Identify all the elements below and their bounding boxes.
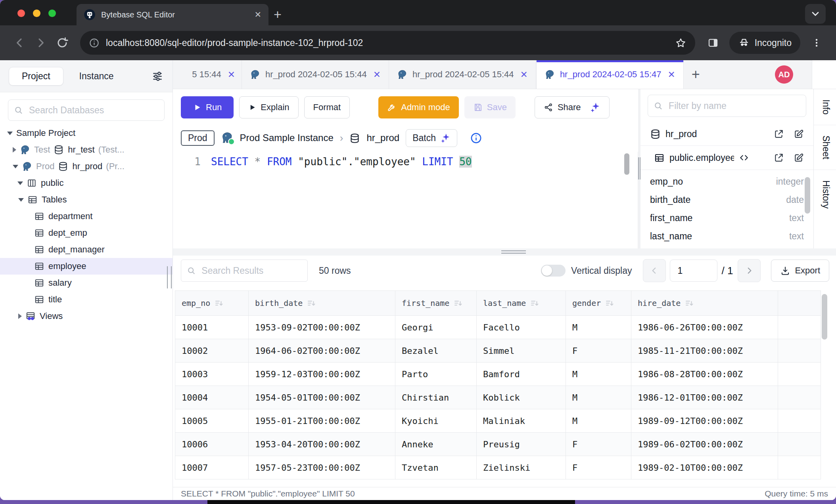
result-cell[interactable]: Koblick <box>477 386 566 409</box>
sidebar-resize-handle[interactable] <box>167 266 172 288</box>
result-cell[interactable]: 1989-09-12T00:00:00Z <box>631 409 778 433</box>
schema-filter-input[interactable] <box>668 100 800 112</box>
result-row[interactable]: 100031959-12-03T00:00:00ZPartoBamfordM19… <box>175 363 821 386</box>
tab-search-button[interactable] <box>805 4 826 24</box>
caret-right-icon[interactable] <box>13 147 16 153</box>
caret-down-icon[interactable] <box>7 132 13 135</box>
column-header-birth_date[interactable]: birth_date <box>249 291 395 316</box>
result-cell[interactable]: 1986-08-28T00:00:00Z <box>631 363 778 386</box>
reload-button[interactable] <box>53 34 71 52</box>
forward-button[interactable] <box>32 34 50 52</box>
result-cell[interactable]: Anneke <box>395 433 477 456</box>
column-row[interactable]: first_nametext <box>640 209 813 227</box>
sort-icon[interactable] <box>605 298 614 308</box>
sidebar-table-salary[interactable]: salary <box>0 275 173 291</box>
result-cell[interactable]: F <box>566 433 631 456</box>
schema-table-row[interactable]: public.employee <box>640 146 813 170</box>
tree-node-tables[interactable]: Tables <box>0 191 173 208</box>
close-browser-tab-icon[interactable]: ✕ <box>254 10 261 19</box>
sidebar-table-title[interactable]: title <box>0 291 173 308</box>
sidebar-table-department[interactable]: department <box>0 208 173 225</box>
result-cell[interactable]: 1985-11-21T00:00:00Z <box>631 339 778 363</box>
result-cell[interactable]: 1953-04-20T00:00:00Z <box>249 433 395 456</box>
result-cell[interactable]: F <box>566 339 631 363</box>
schema-scrollbar[interactable] <box>805 177 810 214</box>
worksheet-tab[interactable]: hr_prod 2024-02-05 15:47✕ <box>536 60 684 89</box>
result-row[interactable]: 100021964-06-02T00:00:00ZBezalelSimmelF1… <box>175 339 821 363</box>
tree-node-hr-prod[interactable]: Prod hr_prod (Pr... <box>0 158 173 175</box>
caret-down-icon[interactable] <box>18 198 24 202</box>
result-cell[interactable]: Bamford <box>477 363 566 386</box>
batch-mode-button[interactable]: Batch <box>406 129 457 147</box>
result-cell[interactable]: M <box>566 409 631 433</box>
site-info-icon[interactable] <box>89 38 100 48</box>
new-tab-button[interactable]: + <box>268 5 287 24</box>
sort-icon[interactable] <box>453 298 463 308</box>
admin-mode-button[interactable]: Admin mode <box>378 96 459 118</box>
worksheet-tab[interactable]: 5 15:44✕ <box>173 60 242 89</box>
close-worksheet-icon[interactable]: ✕ <box>373 69 381 80</box>
result-cell[interactable]: 10001 <box>175 316 249 339</box>
schema-filter[interactable] <box>648 95 806 117</box>
tree-node-hr-test[interactable]: Test hr_test (Test... <box>0 141 173 158</box>
instance-name[interactable]: Prod Sample Instance <box>240 132 334 143</box>
results-divider[interactable] <box>173 248 836 256</box>
column-header-first_name[interactable]: first_name <box>395 291 477 316</box>
bookmark-star-icon[interactable] <box>675 37 686 49</box>
result-cell[interactable]: M <box>566 316 631 339</box>
result-cell[interactable]: M <box>566 386 631 409</box>
open-external-icon[interactable] <box>774 153 784 163</box>
breadcrumb-database-name[interactable]: hr_prod <box>366 132 399 143</box>
result-cell[interactable]: Kyoichi <box>395 409 477 433</box>
column-header-hire_date[interactable]: hire_date <box>631 291 778 316</box>
sidebar-table-dept_emp[interactable]: dept_emp <box>0 225 173 241</box>
edit-icon[interactable] <box>794 129 804 139</box>
database-search[interactable] <box>8 99 165 121</box>
result-cell[interactable]: Maliniak <box>477 409 566 433</box>
result-cell[interactable]: 1989-06-02T00:00:00Z <box>631 433 778 456</box>
zoom-window-button[interactable] <box>48 10 56 17</box>
column-row[interactable]: birth_datedate <box>640 191 813 209</box>
editor-scrollbar[interactable] <box>624 153 629 175</box>
result-row[interactable]: 100051955-01-21T00:00:00ZKyoichiMaliniak… <box>175 409 821 433</box>
browser-menu-icon[interactable] <box>807 34 826 52</box>
sql-code-editor[interactable]: 1 SELECT * FROM "public"."employee" LIMI… <box>173 152 638 248</box>
caret-down-icon[interactable] <box>13 165 18 168</box>
prev-page-button[interactable] <box>643 259 666 282</box>
result-cell[interactable]: 1957-05-23T00:00:00Z <box>249 456 395 479</box>
results-search[interactable] <box>181 260 308 282</box>
caret-down-icon[interactable] <box>17 181 23 185</box>
open-external-icon[interactable] <box>774 129 784 139</box>
close-worksheet-icon[interactable]: ✕ <box>228 69 235 80</box>
sort-icon[interactable] <box>685 298 694 308</box>
result-cell[interactable]: Tzvetan <box>395 456 477 479</box>
results-scrollbar[interactable] <box>822 294 827 340</box>
results-divider-grip[interactable] <box>501 250 526 254</box>
result-cell[interactable]: 1986-06-26T00:00:00Z <box>631 316 778 339</box>
result-cell[interactable]: Preusig <box>477 433 566 456</box>
result-row[interactable]: 100011953-09-02T00:00:00ZGeorgiFacelloM1… <box>175 316 821 339</box>
tree-node-schema-public[interactable]: public <box>0 175 173 191</box>
browser-tab[interactable]: Bytebase SQL Editor ✕ <box>77 4 268 25</box>
result-row[interactable]: 100041954-05-01T00:00:00ZChirstianKoblic… <box>175 386 821 409</box>
next-page-button[interactable] <box>738 259 761 282</box>
address-bar[interactable]: localhost:8080/sql-editor/prod-sample-in… <box>80 31 695 55</box>
result-cell[interactable]: Bezalel <box>395 339 477 363</box>
side-tab-info[interactable]: Info <box>814 89 836 125</box>
close-worksheet-icon[interactable]: ✕ <box>520 69 528 80</box>
result-cell[interactable]: Facello <box>477 316 566 339</box>
tree-node-project[interactable]: Sample Project <box>0 125 173 141</box>
result-cell[interactable]: 1959-12-03T00:00:00Z <box>249 363 395 386</box>
result-cell[interactable]: 10003 <box>175 363 249 386</box>
sort-icon[interactable] <box>307 298 316 308</box>
new-worksheet-button[interactable]: + <box>692 67 700 82</box>
close-worksheet-icon[interactable]: ✕ <box>668 69 675 80</box>
column-row[interactable]: emp_nointeger <box>640 172 813 191</box>
result-cell[interactable]: Georgi <box>395 316 477 339</box>
minimize-window-button[interactable] <box>33 10 40 17</box>
vertical-display-toggle[interactable] <box>541 265 566 277</box>
result-cell[interactable]: 1989-02-10T00:00:00Z <box>631 456 778 479</box>
tab-instance[interactable]: Instance <box>79 71 114 82</box>
result-row[interactable]: 100071957-05-23T00:00:00ZTzvetanZielinsk… <box>175 456 821 479</box>
schema-database-row[interactable]: hr_prod <box>640 122 813 146</box>
